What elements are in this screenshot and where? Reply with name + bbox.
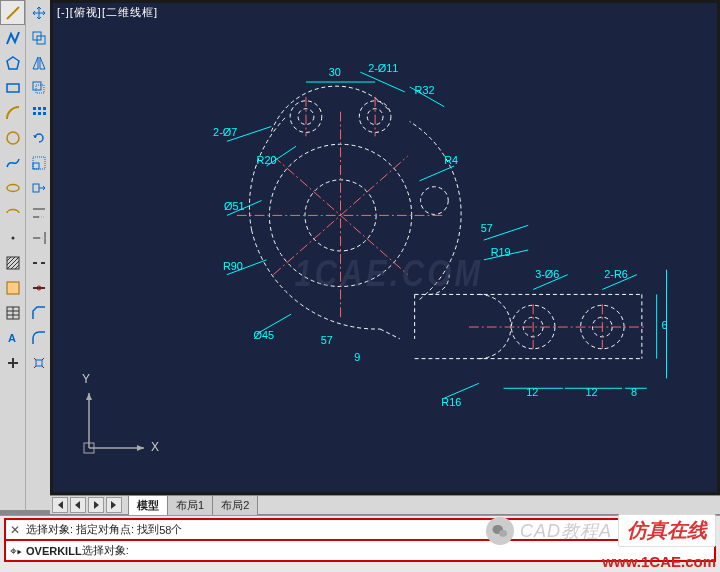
arc-icon[interactable] — [0, 100, 25, 125]
prompt-icon: ⌖▸ — [10, 544, 22, 558]
svg-text:8: 8 — [631, 386, 637, 398]
svg-rect-35 — [33, 184, 39, 192]
svg-text:R16: R16 — [441, 396, 461, 408]
svg-text:9: 9 — [354, 351, 360, 363]
svg-rect-25 — [36, 85, 44, 93]
svg-rect-30 — [38, 112, 41, 115]
svg-text:12: 12 — [526, 386, 538, 398]
cmd-count: 58 — [159, 524, 171, 536]
explode-icon[interactable] — [26, 350, 51, 375]
tab-layout1[interactable]: 布局1 — [167, 495, 213, 515]
svg-text:30: 30 — [329, 66, 341, 78]
svg-rect-2 — [7, 84, 19, 92]
circle-icon[interactable] — [0, 125, 25, 150]
modify-toolbar — [25, 0, 50, 510]
rectangle-icon[interactable] — [0, 75, 25, 100]
command-window: ✕ 选择对象: 指定对角点: 找到 58 个 ⌖▸ OVERKILL 选择对象: — [0, 515, 720, 572]
svg-text:3-Ø6: 3-Ø6 — [535, 268, 559, 280]
fillet-icon[interactable] — [26, 325, 51, 350]
tab-nav-next-icon[interactable] — [88, 497, 104, 513]
tab-nav-first-icon[interactable] — [52, 497, 68, 513]
draw-modify-toolbars: A — [0, 0, 50, 510]
svg-point-3 — [7, 132, 19, 144]
svg-line-75 — [420, 166, 455, 181]
add-icon[interactable] — [0, 350, 25, 375]
extend-icon[interactable] — [26, 225, 51, 250]
svg-line-7 — [7, 257, 11, 261]
close-icon[interactable]: ✕ — [10, 523, 20, 537]
break-icon[interactable] — [26, 250, 51, 275]
mtext-icon[interactable]: A — [0, 325, 25, 350]
mirror-icon[interactable] — [26, 50, 51, 75]
copy-icon[interactable] — [26, 25, 51, 50]
command-input-line[interactable]: ⌖▸ OVERKILL 选择对象: — [4, 541, 716, 562]
table-icon[interactable] — [0, 300, 25, 325]
command-history-line: ✕ 选择对象: 指定对角点: 找到 58 个 — [4, 518, 716, 541]
svg-line-0 — [7, 7, 19, 19]
svg-text:R4: R4 — [444, 154, 458, 166]
polyline-icon[interactable] — [0, 25, 25, 50]
svg-rect-45 — [36, 360, 42, 366]
svg-marker-1 — [7, 57, 19, 69]
rotate-icon[interactable] — [26, 125, 51, 150]
tab-layout2[interactable]: 布局2 — [212, 495, 258, 515]
svg-line-10 — [11, 261, 19, 269]
svg-text:R20: R20 — [257, 154, 277, 166]
svg-text:A: A — [8, 332, 16, 344]
spline-icon[interactable] — [0, 150, 25, 175]
svg-line-49 — [42, 366, 44, 368]
region-icon[interactable] — [0, 275, 25, 300]
stretch-icon[interactable] — [26, 175, 51, 200]
svg-rect-28 — [43, 107, 46, 110]
svg-text:2-R6: 2-R6 — [604, 268, 628, 280]
cmd-text-1a: 选择对象: 指定对角点: 找到 — [26, 522, 159, 537]
svg-text:R90: R90 — [223, 260, 243, 272]
layout-tab-row: 模型 布局1 布局2 — [50, 495, 720, 515]
ellipse-arc-icon[interactable] — [0, 200, 25, 225]
scale-icon[interactable] — [26, 150, 51, 175]
svg-text:2-Ø11: 2-Ø11 — [368, 62, 398, 74]
svg-marker-110 — [137, 445, 144, 451]
trim-icon[interactable] — [26, 200, 51, 225]
join-icon[interactable] — [26, 275, 51, 300]
chamfer-icon[interactable] — [26, 300, 51, 325]
cmd-text-1b: 个 — [171, 522, 182, 537]
svg-text:Ø45: Ø45 — [254, 329, 275, 341]
cmd-name: OVERKILL — [26, 545, 82, 557]
svg-text:6: 6 — [662, 319, 668, 331]
point-icon[interactable] — [0, 225, 25, 250]
svg-marker-22 — [33, 57, 38, 69]
svg-marker-23 — [40, 57, 45, 69]
polygon-icon[interactable] — [0, 50, 25, 75]
svg-line-47 — [42, 358, 44, 360]
ucs-icon: X Y — [79, 378, 159, 460]
tab-nav-prev-icon[interactable] — [70, 497, 86, 513]
tab-model[interactable]: 模型 — [128, 495, 168, 515]
line-icon[interactable] — [0, 0, 25, 25]
draw-toolbar: A — [0, 0, 25, 510]
drawing-canvas[interactable]: [-][俯视][二维线框] — [50, 0, 720, 495]
svg-point-5 — [11, 236, 14, 239]
offset-icon[interactable] — [26, 75, 51, 100]
svg-line-11 — [15, 265, 19, 269]
array-icon[interactable] — [26, 100, 51, 125]
ucs-y-label: Y — [82, 372, 90, 386]
cmd-text-2: 选择对象: — [82, 543, 129, 558]
move-icon[interactable] — [26, 0, 51, 25]
svg-marker-112 — [86, 393, 92, 400]
svg-text:57: 57 — [321, 334, 333, 346]
svg-rect-24 — [33, 82, 41, 90]
svg-rect-12 — [7, 282, 19, 294]
svg-rect-29 — [33, 112, 36, 115]
svg-text:57: 57 — [481, 222, 493, 234]
svg-text:R32: R32 — [415, 84, 435, 96]
svg-rect-27 — [38, 107, 41, 110]
ucs-x-label: X — [151, 440, 159, 454]
svg-line-8 — [7, 257, 15, 265]
tab-nav-last-icon[interactable] — [106, 497, 122, 513]
ellipse-icon[interactable] — [0, 175, 25, 200]
hatch-icon[interactable] — [0, 250, 25, 275]
svg-rect-33 — [33, 163, 39, 169]
svg-line-48 — [34, 366, 36, 368]
svg-rect-31 — [43, 112, 46, 115]
